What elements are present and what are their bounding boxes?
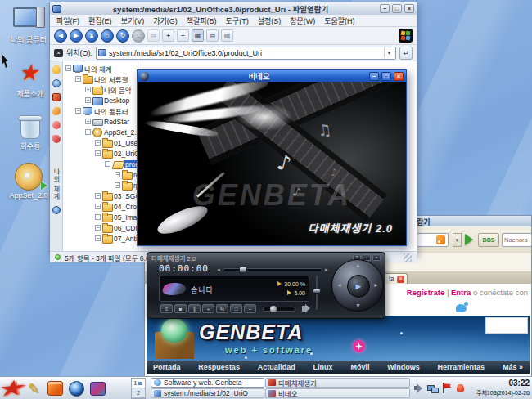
- tree-expander[interactable]: [85, 129, 91, 135]
- pad-right-button[interactable]: ►: [373, 282, 379, 288]
- nav-item[interactable]: Más »: [503, 363, 523, 371]
- menu-item[interactable]: 보기(V): [121, 16, 145, 26]
- menu-item[interactable]: 파일(F): [56, 16, 79, 26]
- toolbar-button[interactable]: ✕: [132, 29, 145, 43]
- menu-item[interactable]: 도움말(H): [324, 16, 354, 26]
- bookmarks-tab-icon[interactable]: [52, 65, 61, 74]
- network-icon[interactable]: [427, 383, 438, 393]
- tree-item[interactable]: 03_SGOffice: [63, 191, 138, 201]
- balance-slider[interactable]: [263, 307, 295, 312]
- tree-item[interactable]: 01_UserSer: [63, 137, 138, 148]
- sidebar-tab-label[interactable]: 나의 체계: [52, 168, 61, 200]
- desktop-icon-product-intro[interactable]: ★ 제품소개: [7, 59, 54, 99]
- tree-expander[interactable]: [85, 87, 91, 92]
- file-manager-titlebar[interactable]: system:/media/sr1/02_UriOffice3.0/produc…: [50, 2, 417, 15]
- address-dropdown-button[interactable]: ▼: [453, 233, 462, 247]
- tree-item[interactable]: 04_CrossWi: [63, 201, 138, 212]
- genbeta-logo-text[interactable]: GENBETA: [199, 321, 303, 344]
- close-button[interactable]: ×: [372, 254, 381, 261]
- quick-launch-button[interactable]: [87, 379, 108, 398]
- task-button[interactable]: 비데오: [265, 388, 410, 398]
- nav-item[interactable]: Actualidad: [258, 363, 295, 371]
- tree-item[interactable]: 06_CDDVD_: [63, 222, 138, 233]
- desktop-icon-my-computer[interactable]: 나의 콤퓨터: [5, 5, 52, 45]
- tree-item[interactable]: Desktop: [63, 95, 138, 105]
- minimize-button[interactable]: −: [380, 4, 390, 13]
- tree-expander[interactable]: [95, 193, 101, 199]
- seek-thumb[interactable]: [239, 267, 247, 273]
- tree-expander[interactable]: [75, 108, 81, 114]
- toolbar-button[interactable]: −: [177, 29, 189, 42]
- player-control-button[interactable]: ~: [244, 304, 256, 313]
- clock[interactable]: 03:22 주체103(2014)-02-26: [459, 379, 530, 398]
- volume-slider[interactable]: [313, 276, 320, 310]
- volume-thumb[interactable]: [313, 289, 321, 294]
- tree-item[interactable]: rpms: [63, 180, 138, 191]
- desktop-icon-trash[interactable]: 회수통: [7, 111, 54, 151]
- tree-expander[interactable]: [65, 65, 71, 71]
- toolbar-button[interactable]: ▤: [147, 29, 160, 42]
- pad-up-button[interactable]: ▲: [355, 262, 361, 268]
- tree-expander[interactable]: [75, 76, 81, 82]
- menu-item[interactable]: 가기(G): [153, 16, 178, 26]
- tab-close-icon[interactable]: ×: [397, 276, 404, 283]
- toolbar-button[interactable]: ↻: [116, 29, 129, 43]
- player-control-button[interactable]: ■: [174, 304, 187, 313]
- quick-launch-button[interactable]: [65, 379, 87, 398]
- pager-desktop[interactable]: 1: [132, 379, 145, 388]
- bbs-button[interactable]: BBS: [478, 233, 499, 247]
- flag-icon[interactable]: [441, 383, 452, 393]
- clear-location-button[interactable]: [54, 49, 63, 57]
- devices-tab-icon[interactable]: [52, 121, 61, 129]
- player-control-button[interactable]: ≡: [160, 304, 173, 313]
- task-button[interactable]: 다매체재생기: [265, 378, 410, 388]
- speaker-icon[interactable]: [302, 306, 307, 312]
- toolbar-button[interactable]: ▶: [70, 29, 83, 43]
- quick-launch-button[interactable]: [2, 379, 23, 398]
- toolbar-button[interactable]: ▥: [221, 29, 233, 42]
- tree-expander[interactable]: [85, 119, 91, 124]
- menu-item[interactable]: 책갈피(B): [187, 16, 217, 26]
- play-button[interactable]: ►: [347, 275, 370, 298]
- network-tab-icon[interactable]: [52, 107, 61, 115]
- nav-item[interactable]: Portada: [153, 363, 181, 371]
- toolbar-button[interactable]: +: [162, 29, 174, 42]
- toolbar-button[interactable]: ▤: [206, 29, 219, 42]
- history-tab-icon[interactable]: [52, 79, 61, 87]
- nav-item[interactable]: Herramientas: [438, 363, 485, 371]
- tree-item[interactable]: 나의 음악: [63, 84, 138, 95]
- tree-item[interactable]: product_U: [63, 159, 138, 169]
- pad-left-button[interactable]: ◄: [336, 282, 342, 288]
- media-tab-icon[interactable]: [52, 135, 61, 143]
- tree-expander[interactable]: [115, 172, 120, 177]
- root-tab-icon[interactable]: [52, 206, 61, 214]
- tree-expander[interactable]: [95, 204, 101, 209]
- seek-back-icon[interactable]: ◄: [216, 267, 221, 272]
- pad-down-button[interactable]: ▼: [355, 303, 361, 308]
- tree-item[interactable]: repodat: [63, 169, 138, 180]
- task-button[interactable]: system:/media/sr1/02_UriO: [151, 388, 264, 398]
- location-combobox[interactable]: system:/media/sr1/02_UriOffice3.0/produc…: [96, 47, 396, 60]
- maximize-button[interactable]: □: [381, 72, 391, 81]
- toolbar-button[interactable]: ⌂: [101, 29, 114, 43]
- quick-launch-button[interactable]: [44, 379, 65, 398]
- tree-expander[interactable]: [105, 161, 110, 167]
- pager-desktop[interactable]: 2: [132, 388, 145, 398]
- nav-item[interactable]: Respuestas: [198, 363, 240, 371]
- tree-expander[interactable]: [95, 140, 101, 146]
- go-button[interactable]: [465, 234, 473, 245]
- minimize-button[interactable]: −: [369, 72, 379, 81]
- volume-icon[interactable]: [413, 383, 424, 393]
- menu-item[interactable]: 설정(S): [258, 16, 282, 26]
- quick-launch-button[interactable]: [23, 379, 44, 398]
- toolbar-button[interactable]: ▲: [85, 29, 98, 43]
- player-control-button[interactable]: ∥: [188, 304, 201, 313]
- tree-item[interactable]: 02_UriOffice: [63, 148, 138, 159]
- tree-item[interactable]: 나의 체계: [63, 63, 138, 74]
- player-control-button[interactable]: □: [230, 304, 242, 313]
- video-titlebar[interactable]: 비데오 − □ ×: [138, 70, 406, 82]
- resize-grip[interactable]: [404, 253, 412, 262]
- tree-expander[interactable]: [85, 97, 91, 103]
- maximize-button[interactable]: □: [392, 4, 402, 13]
- menu-item[interactable]: 편집(E): [88, 16, 112, 26]
